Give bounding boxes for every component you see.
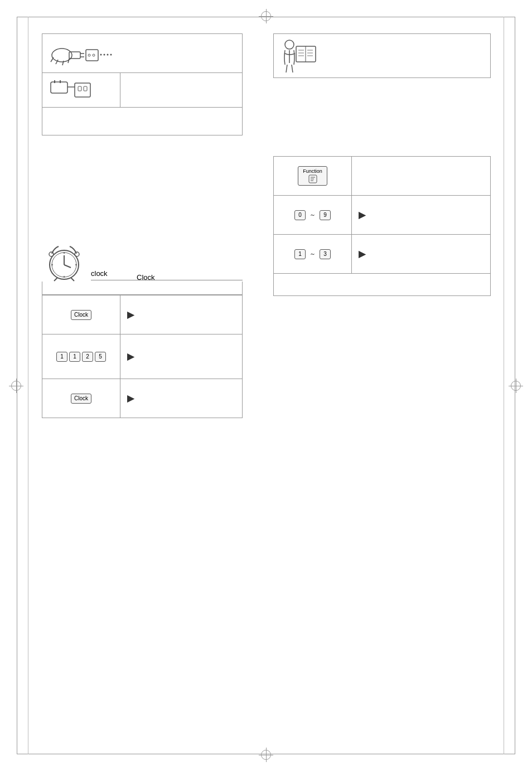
clock-step-2-row: 1 1 2 5 ▶ <box>42 334 243 379</box>
person-manual-box <box>273 33 491 78</box>
svg-point-13 <box>107 54 109 55</box>
svg-point-14 <box>110 54 112 55</box>
clock-section-left: clock Clock ▶ 1 1 2 5 ▶ <box>42 240 243 418</box>
right-step-2-desc-cell: ▶ <box>352 196 491 235</box>
clock-step-2-arrow: ▶ <box>127 352 134 361</box>
plug-connecting-illustration <box>48 40 115 67</box>
plug-icon-cell <box>42 34 243 73</box>
clock-step-1-desc-cell: ▶ <box>120 295 243 334</box>
clock-step-1-arrow: ▶ <box>127 310 134 319</box>
clock-title-label: clock <box>91 269 108 278</box>
right-step-2-row: 0 ～ 9 ▶ <box>274 196 491 235</box>
clock-step-2-key-4: 5 <box>95 352 106 362</box>
svg-point-10 <box>93 54 95 56</box>
right-top-section <box>273 33 491 96</box>
crosshair-right <box>511 381 521 391</box>
svg-point-9 <box>88 54 90 56</box>
clock-step-3-arrow: ▶ <box>127 394 134 403</box>
clock-title-line: clock <box>91 269 243 280</box>
svg-rect-15 <box>51 82 67 93</box>
svg-point-40 <box>75 252 79 256</box>
right-step-2-keys: 0 ～ 9 <box>280 210 345 220</box>
clock-step-1-row: Clock ▶ <box>42 295 243 334</box>
svg-point-39 <box>49 252 54 256</box>
svg-line-36 <box>64 265 71 268</box>
left-top-section <box>42 33 243 135</box>
clock-section-title: Clock <box>137 273 155 282</box>
key-separator-1: ～ <box>309 211 316 219</box>
plug-outlet-desc-cell <box>120 73 243 108</box>
right-step-2-key-0: 0 <box>294 210 306 220</box>
right-step-1-desc-cell <box>352 157 491 196</box>
right-step-3-key-3: 3 <box>320 249 331 259</box>
clock-steps-table: Clock ▶ 1 1 2 5 ▶ Clock <box>42 295 243 418</box>
svg-line-1 <box>51 57 54 62</box>
svg-rect-5 <box>69 52 80 59</box>
right-step-1-icon-cell: Function <box>274 157 352 196</box>
right-step-2-arrow: ▶ <box>359 210 365 220</box>
clock-step-2-keys: 1 1 2 5 <box>49 352 113 362</box>
clock-step-3-desc-cell: ▶ <box>120 379 243 418</box>
clock-step-3-icon-cell: Clock <box>42 379 120 418</box>
clock-step-3-row: Clock ▶ <box>42 379 243 418</box>
svg-point-12 <box>104 54 105 55</box>
plug-outlet-icon-cell <box>42 73 120 108</box>
svg-rect-8 <box>86 50 98 61</box>
right-step-3-row: 1 ～ 3 ▶ <box>274 235 491 274</box>
clock-step-2-key-2: 1 <box>69 352 80 362</box>
crosshair-bottom <box>261 750 271 760</box>
crosshair-left <box>11 381 21 391</box>
right-step-2-icon-cell: 0 ～ 9 <box>274 196 352 235</box>
right-step-3-desc-cell: ▶ <box>352 235 491 274</box>
clock-key-1: Clock <box>71 310 91 320</box>
svg-line-3 <box>62 61 64 65</box>
right-step-3-keys: 1 ～ 3 <box>280 249 345 259</box>
svg-line-4 <box>68 59 69 63</box>
clock-step-2-icon-cell: 1 1 2 5 <box>42 334 120 379</box>
clock-step-2-desc-cell: ▶ <box>120 334 243 379</box>
function-key-icon <box>308 174 317 183</box>
clock-right-steps-table: Function 0 ～ 9 <box>273 156 491 296</box>
left-margin-line <box>28 17 28 754</box>
clock-key-3: Clock <box>71 394 91 404</box>
clock-step-1-icon-cell: Clock <box>42 295 120 334</box>
function-key-label: Function <box>303 168 322 174</box>
svg-line-32 <box>292 65 293 72</box>
svg-rect-20 <box>78 86 81 91</box>
right-step-4-cell <box>274 274 491 296</box>
clock-step-2-key-3: 2 <box>82 352 93 362</box>
svg-rect-21 <box>84 86 87 91</box>
svg-line-31 <box>286 65 287 72</box>
right-margin-line <box>504 17 504 754</box>
right-step-4-row <box>274 274 491 296</box>
svg-rect-19 <box>75 83 90 97</box>
right-step-3-icon-cell: 1 ～ 3 <box>274 235 352 274</box>
svg-point-11 <box>100 54 102 55</box>
person-reading-illustration <box>278 38 323 74</box>
right-step-3-key-1: 1 <box>294 249 306 259</box>
key-separator-2: ～ <box>309 250 316 258</box>
function-key-button: Function <box>298 166 327 186</box>
empty-cell-1 <box>42 108 243 135</box>
clock-instruction-bar <box>42 282 243 295</box>
clock-title-text: Clock <box>137 273 155 282</box>
svg-line-38 <box>71 278 74 281</box>
alarm-clock-illustration <box>42 240 86 282</box>
clock-section-right: Function 0 ～ 9 <box>273 156 491 296</box>
crosshair-top <box>261 11 271 21</box>
right-step-1-row: Function <box>274 157 491 196</box>
svg-point-22 <box>285 40 294 49</box>
svg-line-37 <box>54 278 57 281</box>
right-step-3-arrow: ▶ <box>359 249 365 259</box>
clock-step-2-key-1: 1 <box>56 352 67 362</box>
right-step-2-key-9: 9 <box>320 210 331 220</box>
plug-outlet-illustration <box>48 77 104 103</box>
left-top-table <box>42 33 243 135</box>
spacer-right-1 <box>273 79 491 96</box>
